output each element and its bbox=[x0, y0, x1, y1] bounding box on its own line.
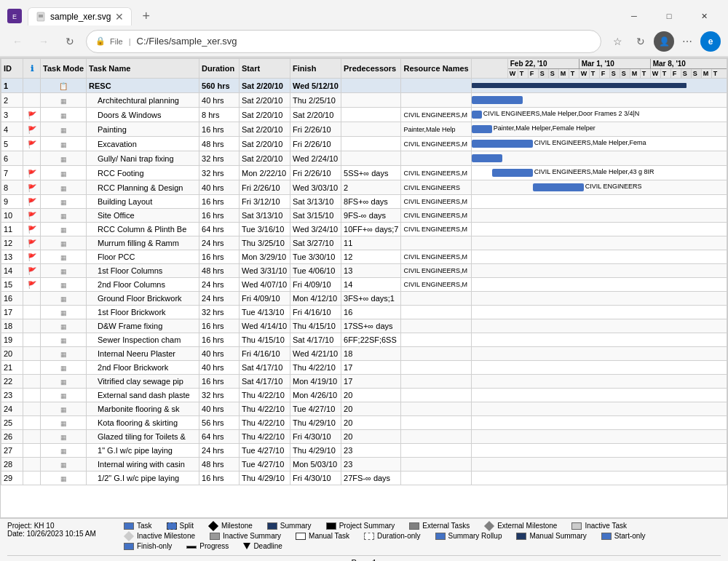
new-tab-button[interactable]: + bbox=[138, 7, 154, 25]
cell-info bbox=[23, 458, 41, 472]
table-row: 29 ▦ 1/2" G.I w/c pipe laying 16 hrs Thu… bbox=[1, 472, 727, 485]
cell-res bbox=[401, 333, 471, 347]
more-button[interactable]: ⋯ bbox=[677, 31, 697, 52]
gantt-bar bbox=[533, 183, 584, 191]
svg-text:E: E bbox=[12, 13, 17, 20]
day-s6: S bbox=[692, 69, 702, 78]
table-scroll-area[interactable]: ID ℹ Task Mode Task Name Duration Start … bbox=[1, 58, 727, 517]
cell-name: 1st Floor Columns bbox=[87, 264, 199, 278]
cell-pred: 8FS+∞ days bbox=[341, 195, 401, 209]
header-taskmode: Task Mode bbox=[41, 59, 87, 79]
cell-res bbox=[401, 361, 471, 375]
legend-external-tasks: External Tasks bbox=[409, 522, 470, 530]
table-row: 24 ▦ Marbonite flooring & sk 40 hrs Thu … bbox=[1, 402, 727, 416]
footer-project-info: Project: KH 10 Date: 10/26/2023 10:15 AM bbox=[7, 522, 124, 552]
cell-info: 🚩 bbox=[23, 223, 41, 236]
cell-pred: 14 bbox=[341, 278, 401, 292]
table-row: 15 🚩 ▦ 2nd Floor Columns 24 hrs Wed 4/07… bbox=[1, 278, 727, 292]
footer-legend: Task Split Milestone Summary Project Sum… bbox=[124, 522, 721, 552]
table-row: 4 🚩 ▦ Painting 16 hrs Sat 2/20/10 Fri 2/… bbox=[1, 122, 727, 137]
cell-name: Marbonite flooring & sk bbox=[87, 402, 199, 416]
cell-id: 4 bbox=[1, 122, 23, 137]
separator: | bbox=[129, 37, 131, 46]
cell-res: Painter,Male Help bbox=[401, 122, 471, 137]
cell-start: Mon 3/29/10 bbox=[240, 250, 290, 264]
task-mode-icon: ▦ bbox=[60, 295, 67, 303]
cell-start: Thu 4/22/10 bbox=[240, 402, 290, 416]
gantt-label: CIVIL ENGINEERS,Male Helper,43 g 8IR bbox=[534, 168, 654, 175]
cell-duration: 16 hrs bbox=[199, 122, 240, 137]
cell-mode: ▦ bbox=[41, 180, 87, 195]
cell-res: CIVIL ENGINEERS,M bbox=[401, 137, 471, 151]
header-gantt-weeks: Feb 22, '10 Mar 1, '10 Mar 8, '10 W T F … bbox=[507, 59, 727, 79]
cell-pred: 11 bbox=[341, 236, 401, 250]
legend-task: Task bbox=[124, 522, 152, 530]
table-row: 7 🚩 ▦ RCC Footing 32 hrs Mon 2/22/10 Fri… bbox=[1, 166, 727, 180]
flag-icon: 🚩 bbox=[28, 281, 36, 289]
cell-info: 🚩 bbox=[23, 108, 41, 122]
cell-pred: 3FS+∞ days;1 bbox=[341, 292, 401, 306]
cell-start: Tue 4/27/10 bbox=[240, 444, 290, 458]
table-row: 14 🚩 ▦ 1st Floor Columns 48 hrs Wed 3/31… bbox=[1, 264, 727, 278]
flag-icon: 🚩 bbox=[28, 140, 36, 148]
legend-box-inactive-summary bbox=[210, 533, 220, 540]
flag-icon: 🚩 bbox=[28, 111, 36, 119]
cell-duration: 40 hrs bbox=[199, 180, 240, 195]
cell-id: 29 bbox=[1, 472, 23, 485]
cell-mode: ▦ bbox=[41, 223, 87, 236]
legend-box-split bbox=[167, 522, 177, 530]
cell-gantt bbox=[471, 209, 727, 223]
cell-id: 27 bbox=[1, 444, 23, 458]
cell-info bbox=[23, 416, 41, 430]
cell-mode: ▦ bbox=[41, 375, 87, 389]
legend-label-summary: Summary bbox=[280, 522, 312, 530]
task-mode-icon: ▦ bbox=[60, 156, 67, 163]
cell-start: Fri 2/26/10 bbox=[240, 180, 290, 195]
close-button[interactable]: ✕ bbox=[687, 5, 721, 27]
table-row: 3 🚩 ▦ Doors & Windows 8 hrs Sat 2/20/10 … bbox=[1, 108, 727, 122]
cell-start: Wed 4/14/10 bbox=[240, 319, 290, 333]
minimize-button[interactable]: ─ bbox=[617, 5, 651, 27]
cell-info: 🚩 bbox=[23, 122, 41, 137]
cell-start: Thu 4/15/10 bbox=[240, 333, 290, 347]
cell-gantt bbox=[471, 416, 727, 430]
cell-duration: 40 hrs bbox=[199, 361, 240, 375]
task-mode-icon: ▦ bbox=[60, 475, 67, 482]
address-field[interactable]: 🔒 File | C:/Files/sample_xer.svg bbox=[86, 30, 601, 53]
cell-pred: 20 bbox=[341, 430, 401, 444]
profile-icon[interactable]: 👤 bbox=[654, 31, 674, 52]
task-mode-icon: ▦ bbox=[60, 309, 67, 317]
cell-finish: Mon 4/12/10 bbox=[290, 292, 341, 306]
cell-id: 24 bbox=[1, 402, 23, 416]
browser-tab[interactable]: sample_xer.svg ✕ bbox=[28, 7, 132, 25]
cell-gantt bbox=[471, 319, 727, 333]
cell-res: CIVIL ENGINEERS,M bbox=[401, 108, 471, 122]
maximize-button[interactable]: □ bbox=[652, 5, 686, 27]
refresh-button[interactable]: ↻ bbox=[60, 31, 80, 52]
footer-content: Project: KH 10 Date: 10/26/2023 10:15 AM… bbox=[7, 522, 721, 552]
gantt-bar bbox=[492, 169, 533, 177]
cell-res: CIVIL ENGINEERS bbox=[401, 180, 471, 195]
tab-close-button[interactable]: ✕ bbox=[115, 12, 124, 22]
cell-duration: 16 hrs bbox=[199, 250, 240, 264]
cell-res bbox=[401, 319, 471, 333]
legend-box-manual-summary bbox=[516, 533, 526, 540]
cell-res bbox=[401, 375, 471, 389]
cell-finish: Sat 3/13/10 bbox=[290, 195, 341, 209]
cell-id: 17 bbox=[1, 306, 23, 319]
cell-start: Thu 4/29/10 bbox=[240, 472, 290, 485]
cell-name: RCC Planning & Design bbox=[87, 180, 199, 195]
legend-label-duration-only: Duration-only bbox=[377, 532, 420, 540]
cell-id: 9 bbox=[1, 195, 23, 209]
cell-gantt bbox=[471, 389, 727, 402]
refresh-page-button[interactable]: ↻ bbox=[630, 31, 651, 52]
cell-pred: 2 bbox=[341, 180, 401, 195]
task-mode-icon: ▦ bbox=[60, 240, 67, 247]
back-button[interactable]: ← bbox=[7, 31, 28, 52]
cell-gantt bbox=[471, 444, 727, 458]
bookmark-button[interactable]: ☆ bbox=[607, 31, 628, 52]
cell-mode: ▦ bbox=[41, 472, 87, 485]
cell-pred: 16 bbox=[341, 306, 401, 319]
forward-button[interactable]: → bbox=[33, 31, 54, 52]
cell-res bbox=[401, 93, 471, 108]
